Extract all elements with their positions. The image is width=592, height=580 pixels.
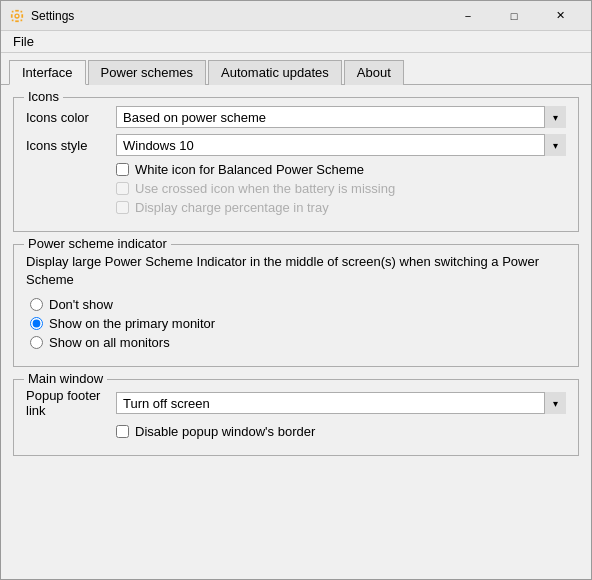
maximize-button[interactable]: □	[491, 1, 537, 31]
window-controls: − □ ✕	[445, 1, 583, 31]
main-window: Settings − □ ✕ File Interface Power sche…	[0, 0, 592, 580]
icons-color-label: Icons color	[26, 110, 116, 125]
main-window-group: Main window Popup footer link Turn off s…	[13, 379, 579, 456]
icons-style-select-wrapper: Windows 10 Windows 7 Classic ▾	[116, 134, 566, 156]
svg-rect-3	[15, 20, 19, 22]
tabs-container: Interface Power schemes Automatic update…	[1, 53, 591, 85]
white-icon-checkbox[interactable]	[116, 163, 129, 176]
close-button[interactable]: ✕	[537, 1, 583, 31]
menu-bar: File	[1, 31, 591, 53]
svg-rect-5	[21, 10, 23, 12]
window-title: Settings	[31, 9, 445, 23]
charge-percentage-label: Display charge percentage in tray	[135, 200, 329, 215]
disable-border-checkbox[interactable]	[116, 425, 129, 438]
icons-color-select[interactable]: Based on power scheme Always white Alway…	[116, 106, 566, 128]
icons-color-select-wrapper: Based on power scheme Always white Alway…	[116, 106, 566, 128]
primary-monitor-label: Show on the primary monitor	[49, 316, 215, 331]
tab-content: Icons Icons color Based on power scheme …	[1, 85, 591, 579]
svg-rect-7	[21, 19, 23, 21]
main-window-group-title: Main window	[24, 371, 107, 386]
popup-footer-link-label: Popup footer link	[26, 388, 116, 418]
power-scheme-description: Display large Power Scheme Indicator in …	[26, 253, 566, 289]
title-bar: Settings − □ ✕	[1, 1, 591, 31]
tab-about[interactable]: About	[344, 60, 404, 85]
minimize-button[interactable]: −	[445, 1, 491, 31]
all-monitors-label: Show on all monitors	[49, 335, 170, 350]
primary-monitor-row: Show on the primary monitor	[26, 316, 566, 331]
icons-color-row: Icons color Based on power scheme Always…	[26, 106, 566, 128]
svg-rect-4	[12, 10, 14, 12]
svg-point-9	[16, 14, 19, 17]
menu-file[interactable]: File	[5, 32, 42, 51]
dont-show-row: Don't show	[26, 297, 566, 312]
power-scheme-group: Power scheme indicator Display large Pow…	[13, 244, 579, 367]
tab-interface[interactable]: Interface	[9, 60, 86, 85]
popup-footer-link-select[interactable]: Turn off screen Hibernate Sleep Shutdown	[116, 392, 566, 414]
icons-style-select[interactable]: Windows 10 Windows 7 Classic	[116, 134, 566, 156]
disable-border-label: Disable popup window's border	[135, 424, 315, 439]
charge-percentage-checkbox[interactable]	[116, 201, 129, 214]
all-monitors-row: Show on all monitors	[26, 335, 566, 350]
crossed-icon-row: Use crossed icon when the battery is mis…	[26, 181, 566, 196]
icons-style-row: Icons style Windows 10 Windows 7 Classic…	[26, 134, 566, 156]
primary-monitor-radio[interactable]	[30, 317, 43, 330]
dont-show-radio[interactable]	[30, 298, 43, 311]
tab-automatic-updates[interactable]: Automatic updates	[208, 60, 342, 85]
app-icon	[9, 8, 25, 24]
crossed-icon-checkbox[interactable]	[116, 182, 129, 195]
all-monitors-radio[interactable]	[30, 336, 43, 349]
svg-rect-6	[12, 19, 14, 21]
charge-percentage-row: Display charge percentage in tray	[26, 200, 566, 215]
disable-border-row: Disable popup window's border	[26, 424, 566, 439]
power-scheme-group-title: Power scheme indicator	[24, 236, 171, 251]
white-icon-label: White icon for Balanced Power Scheme	[135, 162, 364, 177]
icons-group-title: Icons	[24, 89, 63, 104]
svg-rect-0	[11, 14, 13, 18]
popup-footer-link-select-wrapper: Turn off screen Hibernate Sleep Shutdown…	[116, 392, 566, 414]
icons-style-label: Icons style	[26, 138, 116, 153]
tab-power-schemes[interactable]: Power schemes	[88, 60, 206, 85]
popup-footer-link-row: Popup footer link Turn off screen Hibern…	[26, 388, 566, 418]
crossed-icon-label: Use crossed icon when the battery is mis…	[135, 181, 395, 196]
svg-rect-2	[15, 9, 19, 11]
white-icon-row: White icon for Balanced Power Scheme	[26, 162, 566, 177]
svg-rect-1	[21, 14, 23, 18]
icons-group: Icons Icons color Based on power scheme …	[13, 97, 579, 232]
dont-show-label: Don't show	[49, 297, 113, 312]
